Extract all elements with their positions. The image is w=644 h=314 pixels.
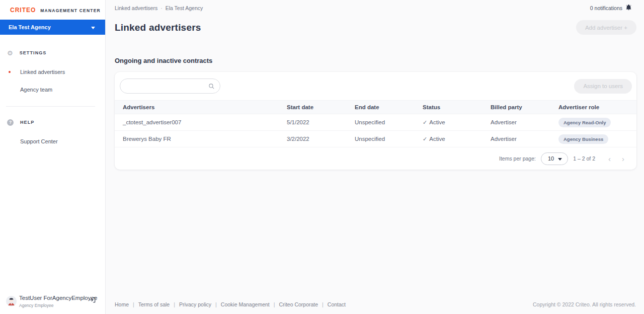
brand-header: CRITEO MANAGEMENT CENTER xyxy=(0,0,105,14)
breadcrumb: Linked advertisers · Ela Test Agency xyxy=(115,5,203,11)
table-row: _ctotest_advertiser007 5/1/2022 Unspecif… xyxy=(115,114,636,131)
breadcrumb-agency[interactable]: Ela Test Agency xyxy=(166,5,203,11)
role-badge: Agency Read-Only xyxy=(558,118,611,127)
topbar: Linked advertisers · Ela Test Agency 0 n… xyxy=(106,0,644,12)
footer-link-privacy-policy[interactable]: Privacy policy xyxy=(179,301,211,307)
chevron-down-icon xyxy=(91,24,95,30)
contracts-card: Assign to users Advertisers Start date E… xyxy=(115,72,636,170)
card-toolbar: Assign to users xyxy=(115,72,636,100)
footer-separator: | xyxy=(215,301,217,307)
cell-end-date: Unspecified xyxy=(355,119,423,125)
footer-links: Home | Terms of sale | Privacy policy | … xyxy=(115,301,346,307)
footer-link-home[interactable]: Home xyxy=(115,301,129,307)
search-container xyxy=(120,78,220,94)
check-icon: ✓ xyxy=(423,119,427,125)
sidebar-divider xyxy=(6,106,95,107)
items-per-page-label: Items per page: xyxy=(499,155,536,162)
notifications-label: 0 notifications xyxy=(590,5,622,11)
cell-billed-party: Advertiser xyxy=(491,136,558,142)
items-per-page-select[interactable]: 10 xyxy=(541,152,568,165)
cell-billed-party: Advertiser xyxy=(491,119,558,125)
add-advertiser-button[interactable]: Add advertiser + xyxy=(576,20,636,35)
criteo-logo: CRITEO xyxy=(10,7,36,14)
cell-advertiser: _ctotest_advertiser007 xyxy=(115,119,287,125)
column-header-advertisers: Advertisers xyxy=(115,104,287,110)
cell-end-date: Unspecified xyxy=(355,136,423,142)
assign-to-users-button[interactable]: Assign to users xyxy=(574,79,632,94)
copyright: Copyright © 2022 Criteo. All rights rese… xyxy=(533,301,636,307)
active-dot-icon xyxy=(9,71,11,73)
user-avatar xyxy=(6,296,17,306)
nav-section-help-label: HELP xyxy=(20,120,34,125)
product-name: MANAGEMENT CENTER xyxy=(40,8,101,13)
sidebar-nav: ⚙ SETTINGS Linked advertisers Agency tea… xyxy=(0,35,105,144)
agency-selector-dropdown[interactable]: Ela Test Agency xyxy=(0,20,105,35)
notifications-button[interactable]: 0 notifications xyxy=(590,4,632,12)
footer-separator: | xyxy=(274,301,275,307)
nav-section-help: ? HELP xyxy=(0,118,105,127)
help-icon: ? xyxy=(7,119,14,126)
chevron-down-icon xyxy=(558,155,562,162)
role-badge: Agency Business xyxy=(558,134,608,144)
footer-separator: | xyxy=(322,301,324,307)
cell-advertiser-role: Agency Business xyxy=(558,134,636,144)
cell-advertiser: Brewerys Baby FR xyxy=(115,136,287,142)
main-content: Linked advertisers · Ela Test Agency 0 n… xyxy=(106,0,644,314)
user-role: Agency Employee xyxy=(19,303,54,308)
sidebar-item-agency-team[interactable]: Agency team xyxy=(0,87,105,93)
footer-separator: | xyxy=(133,301,134,307)
pagination: Items per page: 10 1 – 2 of 2 ‹ › xyxy=(115,147,636,170)
table-header: Advertisers Start date End date Status B… xyxy=(115,100,636,114)
footer-link-terms-of-sale[interactable]: Terms of sale xyxy=(138,301,170,307)
sidebar-item-label: Support Center xyxy=(20,138,58,144)
sidebar-item-linked-advertisers[interactable]: Linked advertisers xyxy=(0,69,105,75)
column-header-end-date: End date xyxy=(355,104,423,110)
column-header-start-date: Start date xyxy=(287,104,355,110)
logout-icon[interactable] xyxy=(89,296,96,305)
footer-link-contact[interactable]: Contact xyxy=(328,301,346,307)
cell-status: ✓Active xyxy=(423,119,491,126)
cell-start-date: 3/2/2022 xyxy=(287,136,355,142)
footer-separator: | xyxy=(174,301,175,307)
page-header: Linked advertisers Add advertiser + xyxy=(106,12,644,35)
items-per-page-value: 10 xyxy=(548,155,554,162)
agency-selector-label: Ela Test Agency xyxy=(9,24,51,30)
nav-section-settings: ⚙ SETTINGS xyxy=(0,48,105,57)
sidebar-item-label: Linked advertisers xyxy=(20,69,65,75)
footer: Home | Terms of sale | Privacy policy | … xyxy=(115,301,636,307)
section-title: Ongoing and inactive contracts xyxy=(115,57,644,64)
cell-start-date: 5/1/2022 xyxy=(287,119,355,125)
sidebar: CRITEO MANAGEMENT CENTER Ela Test Agency… xyxy=(0,0,106,314)
footer-link-cookie-management[interactable]: Cookie Management xyxy=(221,301,270,307)
pagination-next-icon[interactable]: › xyxy=(620,155,626,163)
bell-icon xyxy=(625,4,632,12)
sidebar-item-support-center[interactable]: Support Center xyxy=(0,138,105,144)
cell-status: ✓Active xyxy=(423,136,491,142)
user-name: TestUser ForAgencyEmployee xyxy=(19,295,97,301)
column-header-billed-party: Billed party xyxy=(491,104,558,110)
breadcrumb-linked-advertisers[interactable]: Linked advertisers xyxy=(115,5,157,11)
gear-icon: ⚙ xyxy=(7,50,13,56)
nav-section-settings-label: SETTINGS xyxy=(20,50,47,55)
pagination-range: 1 – 2 of 2 xyxy=(573,155,595,162)
column-header-status: Status xyxy=(423,104,491,110)
sidebar-item-label: Agency team xyxy=(20,87,52,93)
search-input[interactable] xyxy=(120,78,220,94)
page-title: Linked advertisers xyxy=(115,22,201,33)
breadcrumb-separator: · xyxy=(160,5,163,11)
table-row: Brewerys Baby FR 3/2/2022 Unspecified ✓A… xyxy=(115,131,636,147)
check-icon: ✓ xyxy=(423,136,427,142)
footer-link-criteo-corporate[interactable]: Criteo Corporate xyxy=(279,301,318,307)
pagination-prev-icon[interactable]: ‹ xyxy=(606,155,613,163)
user-block: TestUser ForAgencyEmployee Agency Employ… xyxy=(0,295,105,310)
column-header-advertiser-role: Advertiser role xyxy=(558,104,636,110)
cell-advertiser-role: Agency Read-Only xyxy=(558,118,636,127)
